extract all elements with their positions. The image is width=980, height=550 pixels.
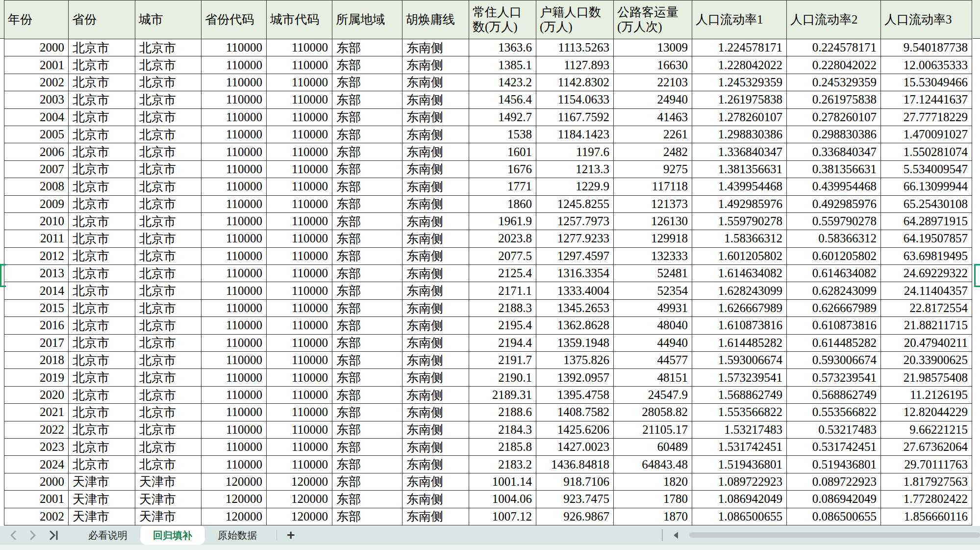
cell[interactable]: 1.298830386 <box>692 126 787 143</box>
cell[interactable]: 12.00635333 <box>881 56 972 74</box>
cell[interactable]: 117118 <box>614 178 692 195</box>
cell[interactable]: 129918 <box>614 230 692 247</box>
cell[interactable]: 1870 <box>614 508 692 525</box>
cell[interactable]: 110000 <box>267 421 332 438</box>
cell[interactable]: 2019 <box>4 369 69 386</box>
cell[interactable]: 东部 <box>332 39 402 56</box>
cell[interactable]: 1.601205802 <box>692 247 787 264</box>
cell[interactable]: 1.559790278 <box>692 212 787 230</box>
cell[interactable]: 北京市 <box>69 39 135 56</box>
cell[interactable]: 东南侧 <box>402 456 469 473</box>
cell[interactable]: 0.261975838 <box>787 91 881 108</box>
cell[interactable]: 2001 <box>4 491 69 508</box>
cell[interactable]: 1167.7592 <box>536 108 614 126</box>
cell[interactable]: 2007 <box>4 160 69 178</box>
cell[interactable]: 52481 <box>614 265 692 282</box>
cell[interactable]: 北京市 <box>135 352 201 369</box>
cell[interactable]: 北京市 <box>69 178 135 195</box>
cell[interactable]: 北京市 <box>69 438 135 455</box>
cell[interactable]: 东部 <box>332 369 402 386</box>
cell[interactable]: 1538 <box>469 126 536 143</box>
cell[interactable]: 2261 <box>614 126 692 143</box>
cell[interactable]: 110000 <box>267 91 332 108</box>
cell[interactable]: 2171.1 <box>469 282 536 299</box>
cell[interactable]: 北京市 <box>135 317 201 334</box>
cell[interactable]: 0.492985976 <box>787 195 881 212</box>
cell[interactable]: 1.086942049 <box>692 491 787 508</box>
cell[interactable]: 110000 <box>201 265 267 282</box>
cell[interactable]: 110000 <box>201 91 267 108</box>
cell[interactable]: 1.610873816 <box>692 317 787 334</box>
cell[interactable]: 东南侧 <box>402 282 469 299</box>
cell[interactable]: 2006 <box>4 143 69 160</box>
cell[interactable]: 2004 <box>4 108 69 126</box>
cell[interactable]: 天津市 <box>69 473 135 490</box>
cell[interactable]: 126130 <box>614 212 692 230</box>
cell[interactable]: 110000 <box>201 178 267 195</box>
cell[interactable]: 24940 <box>614 91 692 108</box>
column-header[interactable]: 人口流动率3 <box>881 0 972 39</box>
cell[interactable]: 1436.84818 <box>536 456 614 473</box>
cell[interactable]: 北京市 <box>69 143 135 160</box>
cell[interactable]: 21105.17 <box>614 421 692 438</box>
cell[interactable]: 1.614485282 <box>692 334 787 351</box>
cell[interactable]: 1.628243099 <box>692 282 787 299</box>
last-sheet-icon[interactable] <box>49 530 59 540</box>
cell[interactable]: 1333.4004 <box>536 282 614 299</box>
cell[interactable]: 1007.12 <box>469 508 536 525</box>
cell[interactable]: 110000 <box>201 247 267 264</box>
cell[interactable]: 北京市 <box>135 247 201 264</box>
cell[interactable]: 北京市 <box>69 317 135 334</box>
cell[interactable]: 北京市 <box>135 282 201 299</box>
cell[interactable]: 东部 <box>332 108 402 126</box>
cell[interactable]: 110000 <box>201 195 267 212</box>
cell[interactable]: 东部 <box>332 265 402 282</box>
cell[interactable]: 0.614485282 <box>787 334 881 351</box>
cell[interactable]: 1425.6206 <box>536 421 614 438</box>
cell[interactable]: 110000 <box>267 74 332 91</box>
cell[interactable]: 2002 <box>4 508 69 525</box>
cell[interactable]: 2001 <box>4 56 69 74</box>
cell[interactable]: 110000 <box>201 352 267 369</box>
cell[interactable]: 北京市 <box>135 456 201 473</box>
cell[interactable]: 北京市 <box>69 230 135 247</box>
cell[interactable]: 北京市 <box>135 126 201 143</box>
cell[interactable]: 东南侧 <box>402 212 469 230</box>
cell[interactable]: 1780 <box>614 491 692 508</box>
cell[interactable]: 天津市 <box>135 473 201 490</box>
cell[interactable]: 1423.2 <box>469 74 536 91</box>
column-header[interactable]: 公路客运量(万人次) <box>614 0 692 39</box>
cell[interactable]: 东部 <box>332 508 402 525</box>
cell[interactable]: 24547.9 <box>614 386 692 403</box>
cell[interactable]: 2183.2 <box>469 456 536 473</box>
cell[interactable]: 东南侧 <box>402 108 469 126</box>
cell[interactable]: 0.553566822 <box>787 404 881 421</box>
cell[interactable]: 北京市 <box>135 386 201 403</box>
cell[interactable]: 110000 <box>201 369 267 386</box>
cell[interactable]: 2188.6 <box>469 404 536 421</box>
cell[interactable]: 1.568862749 <box>692 386 787 403</box>
cell[interactable]: 2021 <box>4 404 69 421</box>
cell[interactable]: 东部 <box>332 195 402 212</box>
cell[interactable]: 0.531742451 <box>787 438 881 455</box>
cell[interactable]: 63.69819495 <box>881 247 972 264</box>
cell[interactable]: 1860 <box>469 195 536 212</box>
cell[interactable]: 北京市 <box>135 195 201 212</box>
cell[interactable]: 东部 <box>332 456 402 473</box>
cell[interactable]: 东南侧 <box>402 247 469 264</box>
cell[interactable]: 1.086500655 <box>692 508 787 525</box>
cell[interactable]: 2077.5 <box>469 247 536 264</box>
cell[interactable]: 北京市 <box>69 212 135 230</box>
cell[interactable]: 0.245329359 <box>787 74 881 91</box>
cell[interactable]: 2017 <box>4 334 69 351</box>
cell[interactable]: 0.593006674 <box>787 352 881 369</box>
cell[interactable]: 北京市 <box>69 160 135 178</box>
cell[interactable]: 1.381356631 <box>692 160 787 178</box>
cell[interactable]: 北京市 <box>135 230 201 247</box>
cell[interactable]: 北京市 <box>69 126 135 143</box>
cell[interactable]: 2008 <box>4 178 69 195</box>
cell[interactable]: 64.28971915 <box>881 212 972 230</box>
cell[interactable]: 21.88211715 <box>881 317 972 334</box>
cell[interactable]: 110000 <box>267 352 332 369</box>
cell[interactable]: 110000 <box>201 74 267 91</box>
